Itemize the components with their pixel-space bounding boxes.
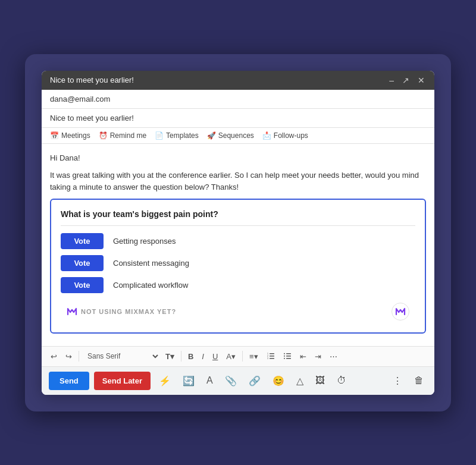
templates-icon: 📄	[155, 131, 164, 140]
poll-option-text-1: Getting responses	[113, 235, 176, 247]
text-color-button[interactable]: A	[203, 373, 217, 388]
send-later-button[interactable]: Send Later	[94, 372, 151, 390]
drive-button[interactable]: △	[293, 373, 307, 389]
font-family-select[interactable]: Sans Serif Arial Times New Roman Courier	[83, 350, 160, 362]
action-bar: Send Send Later ⚡ 🔄 A 📎 🔗 😊 △ 🖼 ⏱ ⋮ 🗑	[42, 366, 434, 395]
poll-option-text-3: Complicated workflow	[113, 279, 188, 291]
body-greeting: Hi Dana!	[50, 152, 426, 164]
follow-ups-icon: 📩	[262, 131, 271, 140]
body-text: It was great talking with you at the con…	[50, 169, 426, 193]
remind-me-label: Remind me	[110, 131, 146, 140]
vote-button-3[interactable]: Vote	[61, 277, 104, 293]
meetings-label: Meetings	[61, 131, 90, 140]
templates-button[interactable]: 📄 Templates	[155, 131, 199, 140]
svg-rect-0	[270, 353, 274, 354]
sequences-button[interactable]: 🚀 Sequences	[207, 131, 254, 140]
subject-field: Nice to meet you earlier!	[42, 109, 434, 128]
meetings-button[interactable]: 📅 Meetings	[50, 131, 90, 140]
vote-button-2[interactable]: Vote	[61, 255, 104, 271]
mixmax-logo-icon	[67, 306, 77, 317]
mixmax-m-icon	[395, 306, 406, 317]
poll-widget: What is your team's biggest pain point? …	[50, 199, 426, 334]
svg-point-10	[284, 356, 285, 357]
close-button[interactable]: ✕	[416, 76, 426, 85]
separator-2	[181, 351, 181, 362]
format-toolbar: ↩ ↪ Sans Serif Arial Times New Roman Cou…	[42, 346, 434, 366]
undo-button[interactable]: ↩	[48, 350, 60, 363]
send-button[interactable]: Send	[49, 372, 89, 390]
bold-button[interactable]: B	[185, 350, 196, 363]
meetings-icon: 📅	[50, 131, 59, 140]
image-button[interactable]: 🖼	[312, 373, 328, 388]
redo-button[interactable]: ↪	[62, 350, 75, 363]
window-title: Nice to meet you earlier!	[50, 76, 134, 84]
decrease-indent-button[interactable]: ⇤	[297, 350, 309, 363]
timer-button[interactable]: ⏱	[333, 373, 350, 388]
vote-button-1[interactable]: Vote	[61, 233, 104, 249]
svg-point-11	[284, 358, 285, 359]
attachment-button[interactable]: 📎	[221, 373, 240, 389]
email-body: Hi Dana! It was great talking with you a…	[42, 144, 434, 346]
outer-container: Nice to meet you earlier! – ↗ ✕ dana@ema…	[25, 54, 451, 411]
separator-1	[79, 351, 79, 362]
font-color-button[interactable]: A▾	[223, 350, 239, 363]
to-address: dana@email.com	[50, 95, 110, 103]
mixmax-brand: NOT USING MIXMAX YET?	[67, 306, 176, 317]
link-button[interactable]: 🔗	[245, 373, 264, 389]
follow-ups-label: Follow-ups	[274, 131, 308, 140]
feature-toolbar: 📅 Meetings ⏰ Remind me 📄 Templates 🚀 Seq…	[42, 128, 434, 144]
minimize-button[interactable]: –	[388, 76, 395, 85]
svg-rect-1	[270, 356, 274, 357]
delete-button[interactable]: 🗑	[411, 373, 427, 388]
remind-me-button[interactable]: ⏰ Remind me	[99, 131, 146, 140]
lightning-button[interactable]: ⚡	[155, 373, 174, 389]
remind-icon: ⏰	[99, 131, 108, 140]
poll-option-text-2: Consistent messaging	[113, 257, 189, 269]
ul-icon	[283, 352, 292, 360]
mixmax-badge-icon	[392, 303, 409, 321]
svg-rect-2	[270, 358, 274, 359]
poll-question: What is your team's biggest pain point?	[61, 208, 415, 226]
font-size-button[interactable]: T▾	[162, 350, 177, 363]
follow-ups-button[interactable]: 📩 Follow-ups	[262, 131, 308, 140]
italic-button[interactable]: I	[199, 350, 207, 363]
svg-rect-8	[286, 358, 291, 359]
align-button[interactable]: ≡▾	[246, 350, 261, 363]
schedule-button[interactable]: 🔄	[179, 373, 198, 389]
to-field: dana@email.com	[42, 90, 434, 109]
maximize-button[interactable]: ↗	[401, 76, 411, 85]
emoji-button[interactable]: 😊	[269, 373, 288, 389]
separator-3	[242, 351, 243, 362]
svg-point-9	[284, 353, 285, 354]
poll-option-2: Vote Consistent messaging	[61, 255, 415, 271]
more-format-button[interactable]: ⋯	[327, 350, 340, 363]
mixmax-cta-text: NOT USING MIXMAX YET?	[81, 307, 176, 317]
ordered-list-button[interactable]: 1 2 3	[264, 350, 278, 362]
more-options-button[interactable]: ⋮	[389, 373, 406, 389]
poll-option-3: Vote Complicated workflow	[61, 277, 415, 293]
sequences-label: Sequences	[218, 131, 254, 140]
templates-label: Templates	[166, 131, 199, 140]
title-bar: Nice to meet you earlier! – ↗ ✕	[42, 71, 434, 90]
unordered-list-button[interactable]	[280, 350, 295, 362]
title-bar-controls: – ↗ ✕	[388, 76, 426, 85]
subject-text: Nice to meet you earlier!	[50, 114, 134, 122]
svg-text:3: 3	[267, 357, 268, 360]
underline-button[interactable]: U	[209, 350, 221, 363]
sequences-icon: 🚀	[207, 131, 216, 140]
svg-rect-6	[286, 353, 291, 354]
ol-icon: 1 2 3	[267, 352, 275, 360]
mixmax-footer: NOT USING MIXMAX YET?	[61, 299, 415, 324]
poll-option-1: Vote Getting responses	[61, 233, 415, 249]
svg-rect-7	[286, 356, 291, 357]
increase-indent-button[interactable]: ⇥	[312, 350, 324, 363]
compose-window: Nice to meet you earlier! – ↗ ✕ dana@ema…	[42, 71, 434, 395]
